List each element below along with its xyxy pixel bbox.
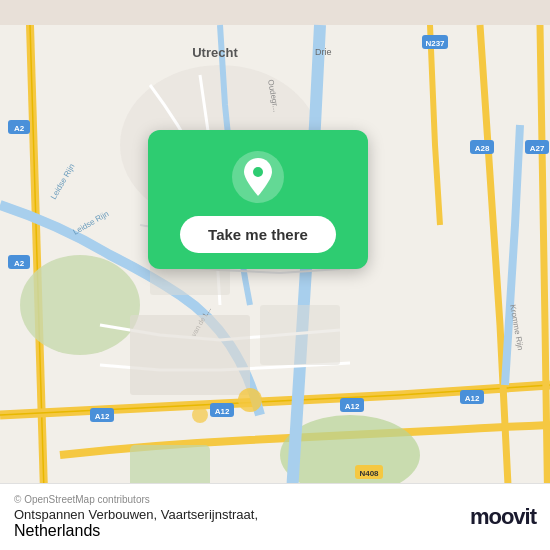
svg-text:N237: N237 [425,39,445,48]
take-me-there-button[interactable]: Take me there [180,216,336,253]
svg-text:A12: A12 [345,402,360,411]
svg-rect-32 [130,315,250,395]
svg-rect-33 [260,305,340,365]
copyright-text: © OpenStreetMap contributors [14,494,258,505]
map-background: A2 A2 A12 A12 A12 A12 A28 A27 N237 N408 … [0,0,550,550]
svg-text:Drie: Drie [315,47,332,57]
svg-text:A2: A2 [14,124,25,133]
svg-point-38 [253,167,263,177]
moovit-logo: moovit [470,504,536,530]
moovit-logo-text: moovit [470,504,536,530]
svg-text:A12: A12 [465,394,480,403]
svg-text:A12: A12 [215,407,230,416]
svg-point-36 [192,407,208,423]
svg-text:A12: A12 [95,412,110,421]
svg-text:N408: N408 [359,469,379,478]
navigation-card[interactable]: Take me there [148,130,368,269]
svg-text:A2: A2 [14,259,25,268]
bottom-info: © OpenStreetMap contributors Ontspannen … [14,494,258,540]
svg-text:A28: A28 [475,144,490,153]
location-name: Ontspannen Verbouwen, Vaartserijnstraat, [14,507,258,522]
svg-point-35 [238,388,262,412]
location-country: Netherlands [14,522,258,540]
bottom-bar: © OpenStreetMap contributors Ontspannen … [0,483,550,550]
svg-text:A27: A27 [530,144,545,153]
map-container: A2 A2 A12 A12 A12 A12 A28 A27 N237 N408 … [0,0,550,550]
svg-text:Utrecht: Utrecht [192,45,238,60]
location-pin-icon [231,150,285,204]
svg-point-2 [20,255,140,355]
